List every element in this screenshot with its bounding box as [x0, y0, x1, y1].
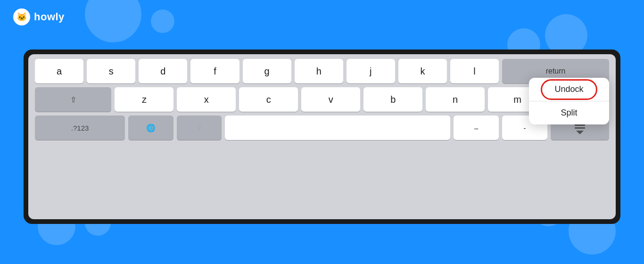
bg-decoration-8: [151, 9, 174, 33]
key-h[interactable]: h: [295, 59, 343, 83]
logo-icon: 🐱: [13, 8, 30, 25]
key-x[interactable]: x: [177, 87, 236, 112]
popup-item-split[interactable]: Split: [529, 101, 609, 124]
key-z[interactable]: z: [115, 87, 173, 112]
key-microphone[interactable]: 🎙: [177, 116, 222, 140]
logo: 🐱 howly: [13, 8, 65, 25]
key-c[interactable]: c: [239, 87, 298, 112]
keyboard-popup-menu: Undock Split: [529, 78, 609, 124]
keyboard-row-3: .?123 🌐 🎙 – -: [35, 116, 609, 140]
key-v[interactable]: v: [301, 87, 360, 112]
key-g[interactable]: g: [243, 59, 291, 83]
key-numbers[interactable]: .?123: [35, 116, 125, 140]
key-shift[interactable]: ⇧: [35, 87, 111, 112]
keyboard-row-1: a s d f g h j k l return: [35, 59, 609, 83]
key-n[interactable]: n: [426, 87, 485, 112]
key-l[interactable]: l: [450, 59, 499, 83]
key-a[interactable]: a: [35, 59, 83, 83]
key-j[interactable]: j: [347, 59, 395, 83]
keyboard-row-2: ⇧ z x c v b n m @: [35, 87, 609, 112]
key-space[interactable]: [225, 116, 450, 140]
key-f[interactable]: f: [190, 59, 239, 83]
key-globe[interactable]: 🌐: [128, 116, 173, 140]
key-emdash[interactable]: –: [454, 116, 499, 140]
brand-name: howly: [34, 11, 65, 23]
bg-decoration-1: [85, 0, 141, 42]
keyboard-body: a s d f g h j k l return ⇧ z x c v b n m…: [28, 54, 616, 219]
keyboard-device-frame: a s d f g h j k l return ⇧ z x c v b n m…: [24, 50, 620, 224]
popup-item-undock[interactable]: Undock: [529, 78, 609, 101]
key-s[interactable]: s: [87, 59, 135, 83]
key-k[interactable]: k: [398, 59, 447, 83]
key-d[interactable]: d: [139, 59, 187, 83]
key-b[interactable]: b: [363, 87, 422, 112]
